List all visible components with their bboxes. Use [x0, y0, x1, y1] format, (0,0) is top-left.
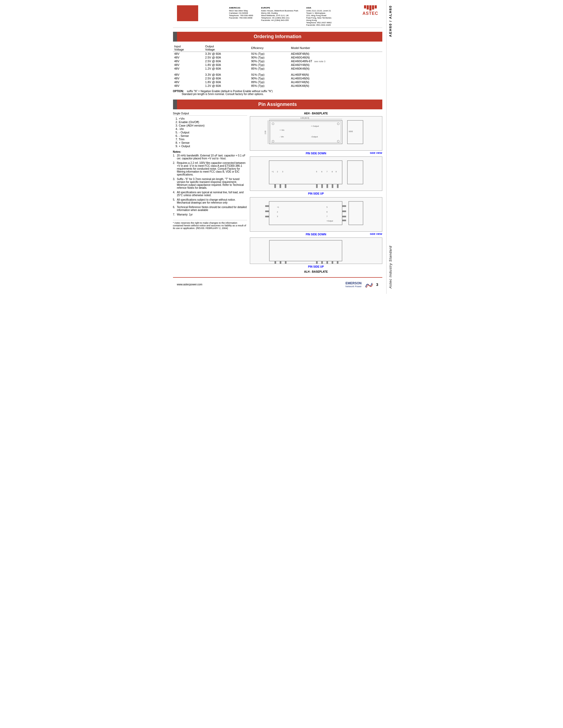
americas-line1: 5810 Van Allen Way: [229, 10, 253, 12]
ordering-table: InputVoltage OutputVoltage Efficiency Mo…: [173, 44, 382, 88]
svg-rect-17: [274, 184, 276, 188]
note-item: 4.All specifications are typical at nomi…: [173, 191, 247, 197]
note-text: All specifications subject to change wit…: [177, 198, 247, 204]
col-output: OutputVoltage: [204, 44, 250, 52]
svg-rect-41: [342, 220, 346, 221]
efficiency: 89% (Typ): [250, 63, 290, 67]
pin-section-header: Pin Assignments: [173, 100, 382, 109]
asia-region: ASIA Units 2111-2116, Level 21 Tower 1, …: [306, 7, 332, 26]
note-num: 3.: [173, 178, 176, 189]
option-note: OPTION: suffix "N" = Negative Enable (de…: [173, 90, 382, 96]
svg-rect-57: [332, 261, 333, 264]
input-voltage: 48V: [173, 56, 204, 59]
header-red-bar: [177, 5, 198, 21]
svg-text:6: 6: [321, 171, 322, 173]
aeh-bottom-diagram: +1 2 3 5 6 7 8 9: [250, 156, 382, 191]
svg-rect-0: [269, 120, 342, 144]
europe-title: EUROPE: [261, 7, 298, 9]
svg-text:9: 9: [336, 171, 337, 173]
svg-rect-35: [265, 205, 269, 207]
svg-text:SIDE: SIDE: [349, 131, 353, 132]
note-num: 7.: [173, 213, 176, 216]
list-item: 9. + Output: [176, 145, 247, 148]
efficiency: 91% (Typ): [250, 73, 290, 77]
svg-rect-55: [321, 261, 323, 264]
astec-bar-1: [364, 5, 366, 8]
list-item: 6. - Sense: [176, 134, 247, 137]
table-row: 48V 1.2V @ 60A 85% (Typ) ALH60K48(N): [173, 84, 382, 88]
svg-rect-37: [265, 216, 269, 217]
svg-text:8: 8: [332, 171, 333, 173]
ordering-title: Ordering Information: [254, 34, 302, 39]
col-input: InputVoltage: [173, 44, 204, 52]
alh-bottom-svg: [250, 238, 382, 264]
svg-text:2: 2: [277, 171, 278, 173]
output-voltage: 1.8V @ 60A: [204, 63, 250, 67]
note-text: All specifications are typical at nomina…: [177, 191, 247, 197]
asia-line3: 223, Hing Fong Road: [306, 14, 332, 17]
aeh-bottom-svg: +1 2 3 5 6 7 8 9: [250, 157, 382, 191]
model-number: AEH60Y48(N): [290, 63, 382, 67]
col-efficiency: Efficiency: [250, 44, 290, 52]
efficiency: 90% (Typ): [250, 77, 290, 80]
europe-region: EUROPE Astec House, Waterfront Business …: [261, 7, 298, 26]
output-voltage: 1.2V @ 60A: [204, 67, 250, 70]
astec-logo-area: ASTEC: [363, 5, 378, 16]
svg-rect-52: [279, 261, 281, 264]
svg-rect-38: [342, 205, 346, 207]
pin-section: Pin Assignments Single Output 1. +Vin2. …: [173, 100, 382, 273]
pin-title: Pin Assignments: [258, 102, 297, 107]
americas-line4: Facsimile: 760-930-0698: [229, 17, 253, 19]
asia-line1: Units 2111-2116, Level 21: [306, 10, 332, 12]
side-label-bottom: Astec Industry Standard: [389, 246, 392, 289]
svg-point-2: [272, 123, 274, 125]
note-text: Warranty: 1yr: [177, 213, 193, 216]
option-text2: Standard pin length is 5mm nominal. Cons…: [182, 93, 264, 96]
svg-text:+1: +1: [271, 171, 274, 173]
disclaimer: * Astec reserves the right to make chang…: [173, 220, 247, 230]
svg-text:3: 3: [277, 215, 278, 217]
americas-region: AMERICAS 5810 Van Allen Way Carlsbad, CA…: [229, 7, 253, 26]
input-voltage: 48V: [173, 63, 204, 67]
svg-point-5: [337, 140, 339, 142]
note-num: 5.: [173, 198, 176, 204]
input-voltage: 48V: [173, 84, 204, 88]
americas-line2: Carlsbad, CA 92008: [229, 12, 253, 14]
svg-rect-23: [332, 184, 333, 188]
asia-line7: Facsimile: 852-2402-4426: [306, 24, 332, 26]
asia-line2: Tower 1, Metroplaza: [306, 12, 332, 14]
notes-section: Notes: 1.20 mHz bandwidth. External 10 u…: [173, 150, 247, 216]
note-num: 1.: [173, 154, 176, 160]
option-text: suffix "N" = Negative Enable (default is…: [187, 90, 272, 93]
output-voltage: 2.5V @ 60A: [204, 59, 250, 63]
output-voltage: 1.8V @ 60A: [204, 80, 250, 84]
asia-line5: Hong Kong: [306, 19, 332, 21]
table-row: 48V 3.3V @ 60A 91% (Typ) AEH60F48(N): [173, 52, 382, 56]
efficiency: 91% (Typ): [250, 52, 290, 56]
single-output-label: Single Output: [173, 112, 247, 116]
asia-line4: Fwai Fong, New Territories: [306, 17, 332, 19]
astec-bar-4: [372, 5, 374, 10]
pin-diagrams: AEH - BASEPLATE: [250, 112, 382, 273]
svg-rect-58: [337, 261, 338, 264]
note-item: 6.Technical Reference Notes should be co…: [173, 206, 247, 212]
footer-right: EMERSON Network Power 3: [346, 280, 378, 289]
model-number: AEH60G48(N): [290, 56, 382, 59]
astec-logo: ASTEC: [363, 5, 378, 16]
pin-section-wrapper: Single Output 1. +Vin2. Enable (On/Off)3…: [173, 112, 382, 273]
model-number: AEH60K48(N): [290, 67, 382, 70]
svg-rect-56: [327, 261, 328, 264]
europe-line2: Merry Hill, Dudley: [261, 12, 298, 14]
pin-side-up-1-label: PIN SIDE UP: [250, 192, 382, 195]
svg-text:2: 2: [277, 211, 278, 213]
efficiency: 85% (Typ): [250, 84, 290, 88]
svg-text:5: 5: [327, 206, 328, 208]
americas-line3: Telephone: 760-930-4600: [229, 14, 253, 17]
svg-rect-36: [265, 210, 269, 212]
svg-text:3: 3: [282, 171, 283, 173]
note-item: 7.Warranty: 1yr: [173, 213, 247, 216]
svg-rect-20: [316, 184, 318, 188]
svg-rect-51: [274, 261, 276, 264]
svg-rect-40: [342, 216, 346, 217]
europe-line3: West Midlands, DY5 1LX, UK: [261, 14, 298, 17]
